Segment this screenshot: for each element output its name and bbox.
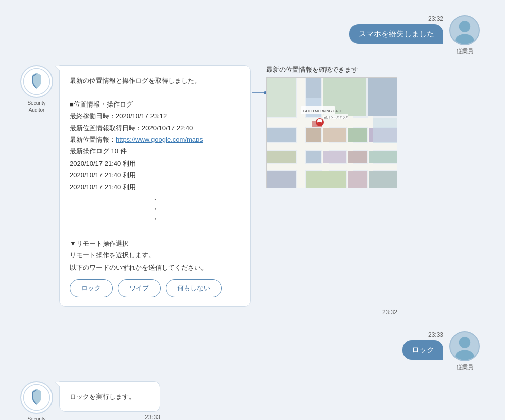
bot-bubble-2: ロックを実行します。 <box>59 381 160 412</box>
avatar-circle-1 <box>449 15 480 45</box>
svg-rect-5 <box>267 143 397 150</box>
timestamp-user-2: 23:33 <box>428 331 443 338</box>
bot-log-1: 2020/10/17 21:40 利用 <box>70 158 240 169</box>
bot-remote-desc2: 以下のワードのいずれかを送信してください。 <box>70 261 240 273</box>
svg-rect-16 <box>267 128 296 142</box>
bot-location-date: 最新位置情報取得日時：2020/10/17 22:40 <box>70 122 240 134</box>
svg-point-0 <box>459 21 470 32</box>
map-title: 最新の位置情報を確認できます <box>266 65 397 74</box>
timestamp-user-1: 23:32 <box>428 15 443 22</box>
svg-rect-23 <box>323 151 346 163</box>
svg-point-41 <box>459 337 470 348</box>
bot-message-content-1: 最新の位置情報と操作ログを取得しました。 ■位置情報・操作ログ 最終稼働日時：2… <box>59 65 397 316</box>
bot-avatar-label-1: SecurityAuditor <box>27 100 45 113</box>
svg-point-40 <box>264 91 266 94</box>
bot-remote-desc1: リモート操作を選択します。 <box>70 249 240 261</box>
wipe-button[interactable]: ワイプ <box>118 279 161 297</box>
svg-text:品川シーズテラス: 品川シーズテラス <box>324 116 348 119</box>
svg-rect-28 <box>348 171 367 188</box>
svg-rect-27 <box>306 171 346 188</box>
svg-rect-13 <box>306 78 321 98</box>
lock-button[interactable]: ロック <box>70 279 113 297</box>
chat-container: 23:32 スマホを紛失しました 従業員 S <box>0 0 505 420</box>
bot-avatar-label-2: SecurityAuditor <box>27 416 45 420</box>
bot-timestamp-1: 23:32 <box>382 309 397 316</box>
bot-section-header: ■位置情報・操作ログ <box>70 98 240 110</box>
user-message-row-2: 23:33 ロック 従業員 <box>20 331 485 371</box>
svg-rect-15 <box>368 78 397 116</box>
svg-text:GOOD MORNING CAFE: GOOD MORNING CAFE <box>303 109 342 113</box>
bubble-and-map: 最新の位置情報と操作ログを取得しました。 ■位置情報・操作ログ 最終稼働日時：2… <box>59 65 397 307</box>
bot-log-2: 2020/10/17 21:40 利用 <box>70 169 240 181</box>
svg-rect-17 <box>306 128 321 142</box>
bot-avatar-2: SecurityAuditor <box>20 381 53 420</box>
svg-rect-11 <box>267 78 296 117</box>
bot-location-link-line: 最新位置情報：https://www.google.com/maps <box>70 134 240 145</box>
avatar-label-2: 従業員 <box>457 363 473 371</box>
avatar-label-1: 従業員 <box>457 47 473 55</box>
svg-rect-25 <box>369 151 397 163</box>
map-area: 最新の位置情報を確認できます <box>266 65 397 188</box>
user-message-wrapper-1: 23:32 スマホを紛失しました <box>349 15 443 44</box>
bot-timestamp-2: 23:33 <box>145 414 160 420</box>
nothing-button[interactable]: 何もしない <box>166 279 222 297</box>
bot-remote-header: ▼リモート操作選択 <box>70 238 240 249</box>
user-avatar-1: 従業員 <box>449 15 480 55</box>
svg-rect-24 <box>348 151 367 163</box>
map-link[interactable]: https://www.google.com/maps <box>116 136 203 143</box>
avatar-circle-2 <box>449 331 480 361</box>
user-message-wrapper-2: 23:33 ロック <box>402 331 443 360</box>
avatar-icon-2 <box>450 331 479 361</box>
bot-line-intro: 最新の位置情報と操作ログを取得しました。 <box>70 75 240 86</box>
connector-arrow <box>251 90 266 95</box>
bot-message-row-1: SecurityAuditor 最新の位置情報と操作ログを取得しました。 ■位置… <box>20 65 485 316</box>
user-avatar-2: 従業員 <box>449 331 480 371</box>
user-bubble-1: スマホを紛失しました <box>349 24 443 44</box>
bot-log-count: 最新操作ログ 10 件 <box>70 145 240 157</box>
dots: ・・・ <box>70 195 240 224</box>
svg-point-42 <box>455 350 474 361</box>
bot-last-active: 最終稼働日時：2020/10/17 23:12 <box>70 110 240 122</box>
security-auditor-icon-2 <box>23 384 50 411</box>
bot-log-3: 2020/10/17 21:40 利用 <box>70 181 240 193</box>
bot-message-content-2: ロックを実行します。 23:33 <box>59 381 160 420</box>
svg-rect-26 <box>267 171 296 188</box>
svg-rect-22 <box>306 151 321 163</box>
security-auditor-icon-1 <box>23 68 50 95</box>
svg-rect-38 <box>373 118 397 143</box>
map-image: GOOD MORNING CAFE 品川シーズテラス <box>266 77 397 188</box>
svg-rect-18 <box>323 128 346 142</box>
svg-rect-6 <box>267 164 397 170</box>
user-message-row-1: 23:32 スマホを紛失しました 従業員 <box>20 15 485 55</box>
svg-point-1 <box>455 34 474 45</box>
map-svg: GOOD MORNING CAFE 品川シーズテラス <box>267 78 397 188</box>
svg-rect-21 <box>267 151 296 163</box>
action-buttons: ロック ワイプ 何もしない <box>70 279 240 297</box>
bot-lock-text: ロックを実行します。 <box>70 391 149 402</box>
bot-avatar-circle-1 <box>20 65 53 98</box>
bot-avatar-1: SecurityAuditor <box>20 65 53 113</box>
user-bubble-2: ロック <box>402 340 443 360</box>
bot-bubble-1: 最新の位置情報と操作ログを取得しました。 ■位置情報・操作ログ 最終稼働日時：2… <box>59 65 251 307</box>
avatar-icon-1 <box>450 15 479 45</box>
svg-rect-29 <box>369 171 397 188</box>
bot-message-row-2: SecurityAuditor ロックを実行します。 23:33 <box>20 381 485 420</box>
bot-avatar-circle-2 <box>20 381 53 414</box>
svg-rect-7 <box>297 78 305 188</box>
svg-rect-19 <box>348 128 367 142</box>
